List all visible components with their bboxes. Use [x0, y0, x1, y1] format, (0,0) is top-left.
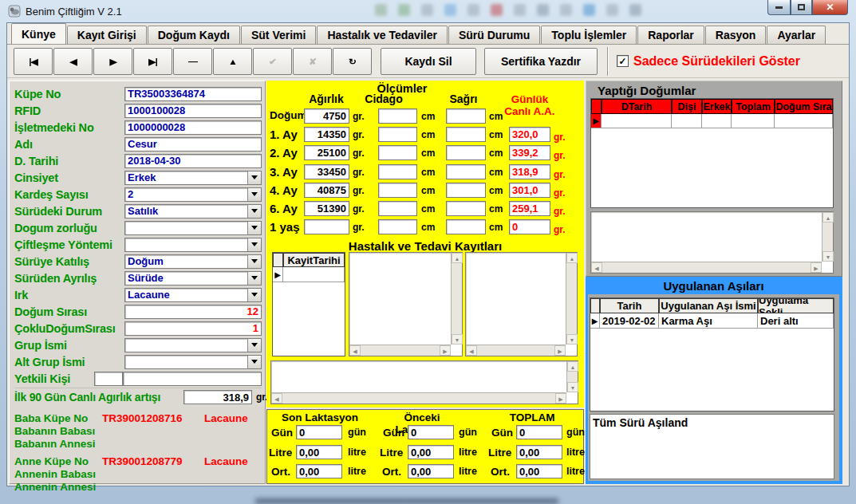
nav-delete-button[interactable]: —	[173, 48, 212, 75]
daily-gain-field[interactable]: 0	[509, 219, 550, 234]
horizontal-scrollbar[interactable]: ◀▶	[271, 392, 566, 404]
last-lactation-avg-field[interactable]: 0,00	[296, 464, 342, 478]
vertical-scrollbar[interactable]: ▲▼	[566, 361, 578, 392]
vaccines-grid[interactable]: Tarih Uygulanan Aşı İsmi Uygulama Şekli …	[590, 297, 834, 411]
cidago-field[interactable]	[378, 201, 417, 216]
print-certificate-button[interactable]: Sertifika Yazdır	[484, 48, 598, 75]
kupe-no-field[interactable]: TR35003364874	[124, 87, 262, 101]
dogum-sirasi-field[interactable]: 12	[124, 305, 262, 319]
weight-field[interactable]: 14350	[304, 127, 349, 142]
rfid-field[interactable]: 1000100028	[124, 104, 262, 118]
sagri-field[interactable]	[446, 145, 486, 160]
cinsiyet-combo[interactable]: Erkek	[124, 171, 262, 185]
health-detail-memo-2[interactable]: ▲▼ ◀▶	[465, 252, 578, 356]
herd-vaccination-note[interactable]: Tüm Sürü Aşıland	[590, 414, 834, 479]
suruye-katilis-combo[interactable]: Doğum	[124, 254, 262, 269]
scroll-right-icon[interactable]: ▶	[811, 262, 822, 273]
cidago-field[interactable]	[378, 145, 417, 160]
nav-edit-button[interactable]: ▲	[213, 48, 252, 75]
coklu-dogum-sirasi-field[interactable]: 1	[124, 321, 262, 336]
chevron-down-icon[interactable]	[247, 356, 261, 368]
nav-next-button[interactable]: ▶	[93, 48, 132, 75]
daily-gain-field[interactable]: 301,0	[509, 183, 550, 198]
irk-combo[interactable]: Lacaune	[124, 288, 262, 302]
tab-suru-durumu[interactable]: Sürü Durumu	[448, 26, 540, 44]
d-tarihi-field[interactable]: 2018-04-30	[124, 154, 262, 168]
chevron-down-icon[interactable]	[247, 289, 261, 301]
adi-field[interactable]: Cesur	[124, 137, 262, 152]
health-notes-memo[interactable]: ▲▼ ◀▶	[270, 360, 578, 404]
vertical-scrollbar[interactable]: ▲▼	[451, 253, 462, 345]
scroll-down-icon[interactable]: ▼	[566, 334, 578, 345]
tab-dogum-kaydi[interactable]: Doğum Kaydı	[148, 26, 240, 44]
tab-ayarlar[interactable]: Ayarlar	[767, 26, 826, 44]
nav-refresh-button[interactable]: ↻	[333, 48, 372, 75]
sagri-field[interactable]	[446, 164, 486, 179]
weight-field[interactable]	[304, 219, 349, 234]
nav-first-button[interactable]: |◀	[14, 48, 53, 75]
nav-cancel-button[interactable]: ✘	[293, 48, 332, 75]
chevron-down-icon[interactable]	[247, 272, 261, 285]
scroll-up-icon[interactable]: ▲	[452, 253, 463, 263]
weight-field[interactable]: 25100	[304, 145, 349, 160]
weight-field[interactable]: 4750	[304, 108, 349, 124]
sagri-field[interactable]	[446, 127, 486, 142]
scroll-down-icon[interactable]: ▼	[822, 251, 834, 262]
births-grid[interactable]: DTarih Dişi Erkek Toplam Doğum Sıra ▶	[590, 98, 834, 208]
table-row[interactable]: ▶ 2019-02-02 Karma Aşı Deri altı	[590, 313, 834, 329]
scroll-right-icon[interactable]: ▶	[554, 345, 566, 356]
nav-last-button[interactable]: ▶|	[133, 48, 172, 75]
scroll-left-icon[interactable]: ◀	[466, 345, 477, 356]
scroll-up-icon[interactable]: ▲	[822, 212, 834, 222]
previous-lactation-days-field[interactable]: 0	[408, 425, 454, 439]
total-lactation-litre-field[interactable]: 0,00	[516, 445, 562, 459]
scroll-left-icon[interactable]: ◀	[591, 262, 602, 273]
tab-kunye[interactable]: Künye	[11, 23, 66, 44]
nav-post-button[interactable]: ✔	[253, 48, 292, 75]
yetkili-kisi-code-field[interactable]	[94, 372, 123, 386]
alt-grup-ismi-combo[interactable]	[124, 355, 262, 369]
chevron-down-icon[interactable]	[247, 238, 261, 251]
cidago-field[interactable]	[378, 108, 417, 124]
surudeki-durum-combo[interactable]: Satılık	[124, 204, 262, 219]
chevron-down-icon[interactable]	[247, 188, 261, 201]
cidago-field[interactable]	[378, 127, 417, 142]
daily-gain-field[interactable]: 339,2	[509, 145, 550, 160]
scroll-left-icon[interactable]: ◀	[349, 345, 361, 356]
chevron-down-icon[interactable]	[247, 205, 261, 218]
last-lactation-days-field[interactable]: 0	[296, 425, 342, 439]
scroll-right-icon[interactable]: ▶	[440, 345, 451, 356]
scroll-left-icon[interactable]: ◀	[271, 393, 282, 404]
scroll-right-icon[interactable]: ▶	[555, 393, 566, 404]
tab-raporlar[interactable]: Raporlar	[637, 26, 704, 44]
tab-toplu-islemler[interactable]: Toplu İşlemler	[541, 26, 637, 44]
vertical-scrollbar[interactable]: ▲▼	[566, 253, 577, 345]
births-notes-memo[interactable]: ▲▼ ◀▶	[590, 211, 834, 274]
close-button[interactable]: ✕	[812, 0, 848, 15]
previous-lactation-litre-field[interactable]: 0,00	[408, 445, 454, 459]
weight-field[interactable]: 51390	[304, 201, 349, 216]
cidago-field[interactable]	[378, 183, 417, 198]
kardes-sayisi-combo[interactable]: 2	[124, 187, 262, 202]
scroll-down-icon[interactable]: ▼	[452, 334, 463, 345]
horizontal-scrollbar[interactable]: ◀▶	[591, 262, 822, 273]
tab-rasyon[interactable]: Rasyon	[705, 26, 767, 44]
grup-ismi-combo[interactable]	[124, 338, 262, 352]
chevron-down-icon[interactable]	[247, 255, 261, 268]
previous-lactation-avg-field[interactable]: 0,00	[408, 464, 454, 478]
chevron-down-icon[interactable]	[247, 171, 261, 184]
tab-sut-verimi[interactable]: Süt Verimi	[241, 26, 316, 44]
cidago-field[interactable]	[378, 219, 417, 234]
total-lactation-avg-field[interactable]: 0,00	[516, 464, 562, 478]
tab-hastalik-tedaviler[interactable]: Hastalık ve Tedaviler	[317, 26, 447, 44]
daily-gain-field[interactable]: 320,0	[509, 127, 550, 142]
weight-field[interactable]: 40875	[304, 183, 349, 198]
sagri-field[interactable]	[446, 201, 486, 216]
cidago-field[interactable]	[378, 164, 417, 179]
last-lactation-litre-field[interactable]: 0,00	[296, 445, 342, 459]
chevron-down-icon[interactable]	[247, 339, 261, 352]
suruden-ayrilis-combo[interactable]: Sürüde	[124, 271, 262, 285]
scroll-up-icon[interactable]: ▲	[567, 361, 578, 372]
ciftlesme-yontemi-combo[interactable]	[124, 238, 262, 252]
delete-record-button[interactable]: Kaydı Sil	[381, 48, 476, 75]
